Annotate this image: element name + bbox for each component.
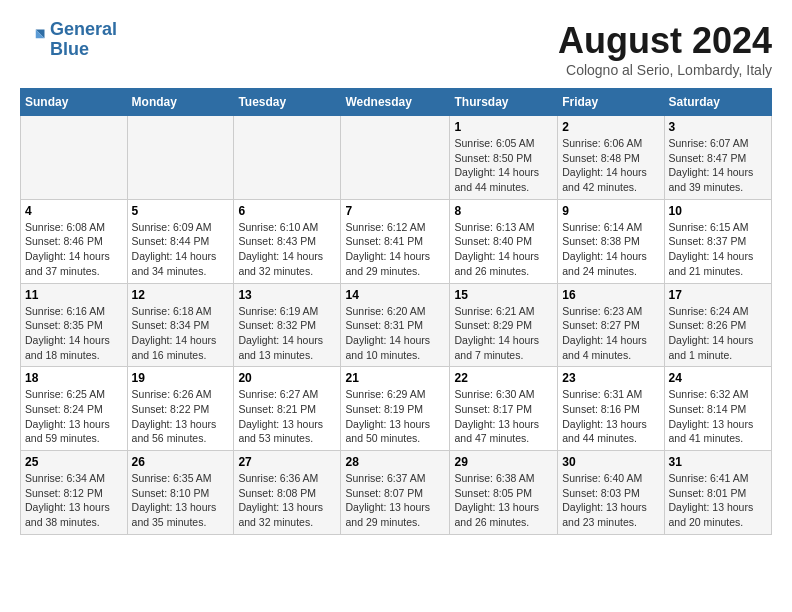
day-info: Sunrise: 6:30 AMSunset: 8:17 PMDaylight:… <box>454 387 553 446</box>
calendar-cell: 22Sunrise: 6:30 AMSunset: 8:17 PMDayligh… <box>450 367 558 451</box>
day-of-week-header: Tuesday <box>234 89 341 116</box>
day-info: Sunrise: 6:09 AMSunset: 8:44 PMDaylight:… <box>132 220 230 279</box>
day-info: Sunrise: 6:31 AMSunset: 8:16 PMDaylight:… <box>562 387 659 446</box>
day-number: 11 <box>25 288 123 302</box>
calendar-cell <box>21 116 128 200</box>
day-number: 31 <box>669 455 767 469</box>
day-number: 21 <box>345 371 445 385</box>
day-number: 25 <box>25 455 123 469</box>
calendar-cell: 25Sunrise: 6:34 AMSunset: 8:12 PMDayligh… <box>21 451 128 535</box>
calendar-cell <box>234 116 341 200</box>
calendar-cell: 1Sunrise: 6:05 AMSunset: 8:50 PMDaylight… <box>450 116 558 200</box>
logo-line2: Blue <box>50 39 89 59</box>
day-info: Sunrise: 6:08 AMSunset: 8:46 PMDaylight:… <box>25 220 123 279</box>
calendar-cell <box>341 116 450 200</box>
calendar-week-row: 1Sunrise: 6:05 AMSunset: 8:50 PMDaylight… <box>21 116 772 200</box>
logo: General Blue <box>20 20 117 60</box>
day-number: 17 <box>669 288 767 302</box>
month-title: August 2024 <box>558 20 772 62</box>
calendar-cell: 7Sunrise: 6:12 AMSunset: 8:41 PMDaylight… <box>341 199 450 283</box>
day-info: Sunrise: 6:41 AMSunset: 8:01 PMDaylight:… <box>669 471 767 530</box>
title-area: August 2024 Cologno al Serio, Lombardy, … <box>558 20 772 78</box>
day-info: Sunrise: 6:15 AMSunset: 8:37 PMDaylight:… <box>669 220 767 279</box>
day-number: 20 <box>238 371 336 385</box>
day-info: Sunrise: 6:25 AMSunset: 8:24 PMDaylight:… <box>25 387 123 446</box>
calendar-cell: 13Sunrise: 6:19 AMSunset: 8:32 PMDayligh… <box>234 283 341 367</box>
day-info: Sunrise: 6:10 AMSunset: 8:43 PMDaylight:… <box>238 220 336 279</box>
day-info: Sunrise: 6:32 AMSunset: 8:14 PMDaylight:… <box>669 387 767 446</box>
logo-line1: General <box>50 19 117 39</box>
calendar-cell: 26Sunrise: 6:35 AMSunset: 8:10 PMDayligh… <box>127 451 234 535</box>
day-number: 27 <box>238 455 336 469</box>
calendar-cell: 5Sunrise: 6:09 AMSunset: 8:44 PMDaylight… <box>127 199 234 283</box>
day-of-week-header: Wednesday <box>341 89 450 116</box>
calendar-cell: 6Sunrise: 6:10 AMSunset: 8:43 PMDaylight… <box>234 199 341 283</box>
calendar-week-row: 18Sunrise: 6:25 AMSunset: 8:24 PMDayligh… <box>21 367 772 451</box>
calendar-week-row: 11Sunrise: 6:16 AMSunset: 8:35 PMDayligh… <box>21 283 772 367</box>
calendar-cell: 12Sunrise: 6:18 AMSunset: 8:34 PMDayligh… <box>127 283 234 367</box>
day-number: 26 <box>132 455 230 469</box>
day-number: 6 <box>238 204 336 218</box>
calendar-cell: 8Sunrise: 6:13 AMSunset: 8:40 PMDaylight… <box>450 199 558 283</box>
day-info: Sunrise: 6:14 AMSunset: 8:38 PMDaylight:… <box>562 220 659 279</box>
calendar-cell: 20Sunrise: 6:27 AMSunset: 8:21 PMDayligh… <box>234 367 341 451</box>
day-number: 1 <box>454 120 553 134</box>
calendar-cell: 9Sunrise: 6:14 AMSunset: 8:38 PMDaylight… <box>558 199 664 283</box>
calendar-week-row: 4Sunrise: 6:08 AMSunset: 8:46 PMDaylight… <box>21 199 772 283</box>
day-number: 8 <box>454 204 553 218</box>
page-header: General Blue August 2024 Cologno al Seri… <box>20 20 772 78</box>
day-info: Sunrise: 6:40 AMSunset: 8:03 PMDaylight:… <box>562 471 659 530</box>
calendar-cell: 11Sunrise: 6:16 AMSunset: 8:35 PMDayligh… <box>21 283 128 367</box>
calendar-cell: 16Sunrise: 6:23 AMSunset: 8:27 PMDayligh… <box>558 283 664 367</box>
calendar-table: SundayMondayTuesdayWednesdayThursdayFrid… <box>20 88 772 535</box>
day-number: 19 <box>132 371 230 385</box>
logo-text: General Blue <box>50 20 117 60</box>
day-info: Sunrise: 6:18 AMSunset: 8:34 PMDaylight:… <box>132 304 230 363</box>
calendar-week-row: 25Sunrise: 6:34 AMSunset: 8:12 PMDayligh… <box>21 451 772 535</box>
calendar-cell: 30Sunrise: 6:40 AMSunset: 8:03 PMDayligh… <box>558 451 664 535</box>
calendar-body: 1Sunrise: 6:05 AMSunset: 8:50 PMDaylight… <box>21 116 772 535</box>
day-of-week-header: Sunday <box>21 89 128 116</box>
day-info: Sunrise: 6:38 AMSunset: 8:05 PMDaylight:… <box>454 471 553 530</box>
day-number: 9 <box>562 204 659 218</box>
day-info: Sunrise: 6:34 AMSunset: 8:12 PMDaylight:… <box>25 471 123 530</box>
day-info: Sunrise: 6:13 AMSunset: 8:40 PMDaylight:… <box>454 220 553 279</box>
calendar-cell: 27Sunrise: 6:36 AMSunset: 8:08 PMDayligh… <box>234 451 341 535</box>
day-number: 4 <box>25 204 123 218</box>
day-number: 10 <box>669 204 767 218</box>
day-number: 3 <box>669 120 767 134</box>
day-number: 7 <box>345 204 445 218</box>
day-info: Sunrise: 6:36 AMSunset: 8:08 PMDaylight:… <box>238 471 336 530</box>
day-info: Sunrise: 6:16 AMSunset: 8:35 PMDaylight:… <box>25 304 123 363</box>
calendar-header: SundayMondayTuesdayWednesdayThursdayFrid… <box>21 89 772 116</box>
day-info: Sunrise: 6:27 AMSunset: 8:21 PMDaylight:… <box>238 387 336 446</box>
calendar-cell: 17Sunrise: 6:24 AMSunset: 8:26 PMDayligh… <box>664 283 771 367</box>
day-number: 14 <box>345 288 445 302</box>
day-info: Sunrise: 6:37 AMSunset: 8:07 PMDaylight:… <box>345 471 445 530</box>
location-text: Cologno al Serio, Lombardy, Italy <box>558 62 772 78</box>
calendar-cell: 4Sunrise: 6:08 AMSunset: 8:46 PMDaylight… <box>21 199 128 283</box>
day-info: Sunrise: 6:23 AMSunset: 8:27 PMDaylight:… <box>562 304 659 363</box>
calendar-cell: 28Sunrise: 6:37 AMSunset: 8:07 PMDayligh… <box>341 451 450 535</box>
day-number: 29 <box>454 455 553 469</box>
day-number: 28 <box>345 455 445 469</box>
day-of-week-header: Saturday <box>664 89 771 116</box>
calendar-cell: 15Sunrise: 6:21 AMSunset: 8:29 PMDayligh… <box>450 283 558 367</box>
day-of-week-header: Monday <box>127 89 234 116</box>
calendar-cell: 24Sunrise: 6:32 AMSunset: 8:14 PMDayligh… <box>664 367 771 451</box>
day-number: 13 <box>238 288 336 302</box>
day-of-week-header: Friday <box>558 89 664 116</box>
day-info: Sunrise: 6:20 AMSunset: 8:31 PMDaylight:… <box>345 304 445 363</box>
day-info: Sunrise: 6:05 AMSunset: 8:50 PMDaylight:… <box>454 136 553 195</box>
day-number: 30 <box>562 455 659 469</box>
calendar-cell: 3Sunrise: 6:07 AMSunset: 8:47 PMDaylight… <box>664 116 771 200</box>
day-number: 2 <box>562 120 659 134</box>
day-info: Sunrise: 6:07 AMSunset: 8:47 PMDaylight:… <box>669 136 767 195</box>
day-number: 23 <box>562 371 659 385</box>
day-info: Sunrise: 6:06 AMSunset: 8:48 PMDaylight:… <box>562 136 659 195</box>
day-number: 22 <box>454 371 553 385</box>
calendar-cell: 10Sunrise: 6:15 AMSunset: 8:37 PMDayligh… <box>664 199 771 283</box>
calendar-cell: 21Sunrise: 6:29 AMSunset: 8:19 PMDayligh… <box>341 367 450 451</box>
calendar-cell <box>127 116 234 200</box>
calendar-cell: 31Sunrise: 6:41 AMSunset: 8:01 PMDayligh… <box>664 451 771 535</box>
